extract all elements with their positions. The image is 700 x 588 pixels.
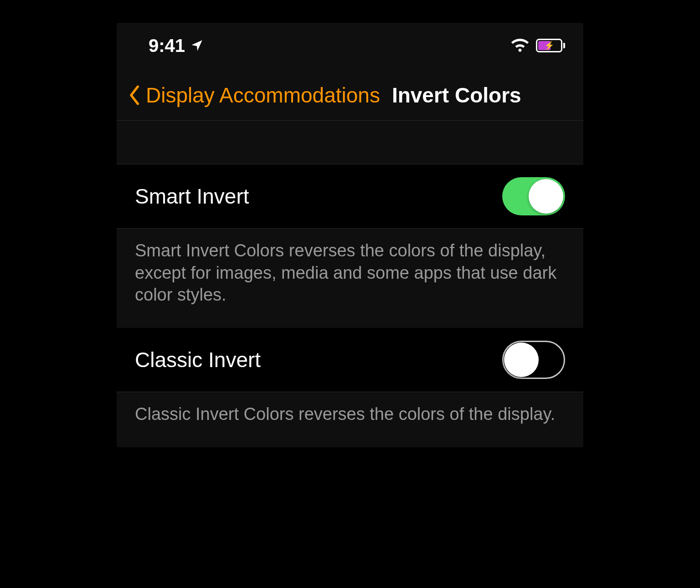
status-right: ⚡ [510,37,565,54]
back-chevron-icon[interactable] [126,83,142,107]
status-bar: 9:41 ⚡ [117,23,583,64]
toggle-smart-invert[interactable] [502,177,565,215]
page-title: Invert Colors [392,83,521,107]
location-icon [190,36,203,56]
status-time: 9:41 [149,36,185,56]
setting-label-smart-invert: Smart Invert [135,184,249,209]
back-button-label[interactable]: Display Accommodations [146,83,380,107]
setting-label-classic-invert: Classic Invert [135,348,261,372]
settings-screen: 9:41 ⚡ [117,23,583,447]
battery-icon: ⚡ [536,39,565,52]
toggle-knob [504,343,539,377]
setting-description-smart-invert: Smart Invert Colors reverses the colors … [117,229,583,328]
toggle-knob [529,179,563,214]
toggle-classic-invert[interactable] [502,341,565,379]
wifi-icon [510,37,530,54]
nav-bar: Display Accommodations Invert Colors [117,64,583,121]
section-spacer [117,121,583,164]
status-left: 9:41 [149,36,203,56]
setting-row-classic-invert: Classic Invert [117,328,583,392]
setting-row-smart-invert: Smart Invert [117,164,583,229]
setting-description-classic-invert: Classic Invert Colors reverses the color… [117,392,583,447]
